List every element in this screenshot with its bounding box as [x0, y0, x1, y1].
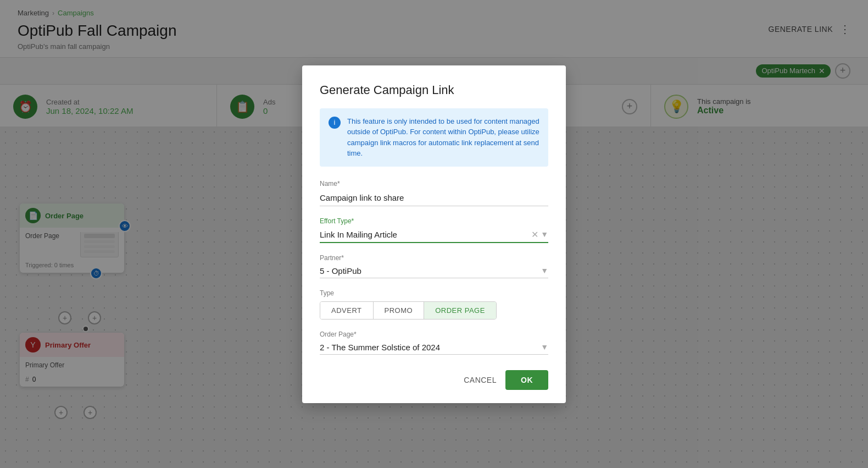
name-label: Name*	[320, 180, 548, 188]
type-label: Type	[320, 289, 548, 297]
effort-type-field: Effort Type* Link In Mailing Article ✕ ▼	[320, 217, 548, 243]
effort-type-arrow[interactable]: ▼	[541, 230, 548, 239]
effort-type-label: Effort Type*	[320, 217, 548, 225]
order-page-arrow[interactable]: ▼	[541, 343, 548, 351]
cancel-button[interactable]: CANCEL	[464, 376, 497, 384]
type-button-row: ADVERT PROMO ORDER PAGE	[320, 301, 497, 320]
effort-type-select-wrapper: Link In Mailing Article ✕ ▼	[320, 227, 548, 243]
modal-overlay: Generate Campaign Link i This feature is…	[0, 0, 868, 468]
generate-link-dialog: Generate Campaign Link i This feature is…	[302, 65, 566, 403]
dialog-title: Generate Campaign Link	[320, 83, 548, 97]
type-btn-promo[interactable]: PROMO	[374, 302, 425, 319]
partner-label: Partner*	[320, 254, 548, 262]
partner-select-wrapper: 5 - OptiPub ▼	[320, 264, 548, 278]
partner-value[interactable]: 5 - OptiPub	[320, 266, 541, 276]
effort-type-value[interactable]: Link In Mailing Article	[320, 230, 531, 239]
order-page-field: Order Page* 2 - The Summer Solstice of 2…	[320, 331, 548, 355]
info-text: This feature is only intended to be used…	[347, 116, 539, 159]
order-page-label: Order Page*	[320, 331, 548, 338]
info-icon: i	[329, 117, 341, 129]
order-page-select-wrapper: 2 - The Summer Solstice of 2024 ▼	[320, 340, 548, 355]
name-field: Name*	[320, 180, 548, 206]
effort-type-clear-button[interactable]: ✕	[531, 229, 538, 240]
partner-arrow[interactable]: ▼	[541, 266, 548, 275]
partner-field: Partner* 5 - OptiPub ▼	[320, 254, 548, 278]
type-btn-orderpage[interactable]: ORDER PAGE	[424, 302, 496, 319]
ok-button[interactable]: OK	[505, 370, 548, 390]
type-btn-advert[interactable]: ADVERT	[320, 302, 374, 319]
dialog-footer: CANCEL OK	[320, 370, 548, 390]
type-field: Type ADVERT PROMO ORDER PAGE	[320, 289, 548, 320]
name-input[interactable]	[320, 190, 548, 206]
info-box: i This feature is only intended to be us…	[320, 108, 548, 167]
order-page-value[interactable]: 2 - The Summer Solstice of 2024	[320, 343, 541, 352]
